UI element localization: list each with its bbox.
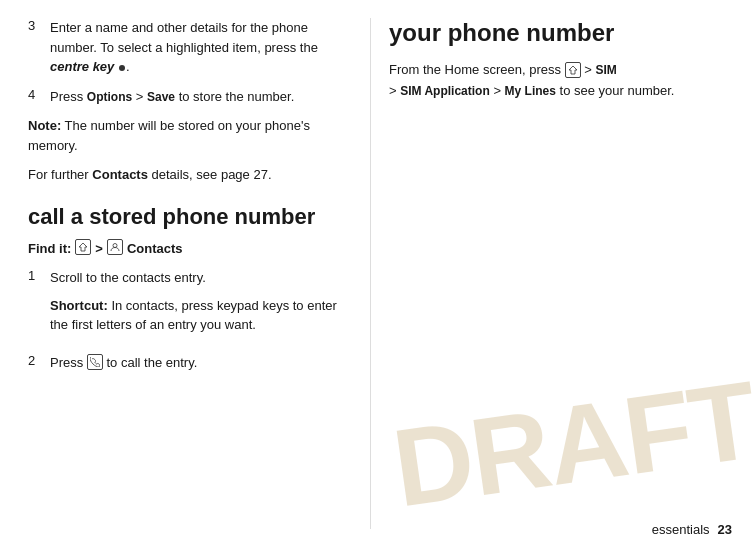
step-2-text-a: Press bbox=[50, 355, 87, 370]
step-1-number: 1 bbox=[28, 268, 50, 283]
intro-sim-app: SIM Application bbox=[400, 84, 490, 98]
step-1-text-content: Scroll to the contacts entry. bbox=[50, 270, 206, 285]
page-number: 23 bbox=[718, 522, 732, 537]
step-4: 4 Press Options > Save to store the numb… bbox=[28, 87, 346, 107]
find-it-label: Find it: bbox=[28, 241, 71, 256]
page-title: your phone number bbox=[389, 18, 729, 48]
step-3-text-b: . bbox=[126, 59, 130, 74]
note-block: Note: The number will be stored on your … bbox=[28, 116, 346, 155]
note-text: The number will be stored on your phone'… bbox=[28, 118, 310, 153]
svg-point-1 bbox=[113, 244, 117, 248]
contacts-ref: For further Contacts details, see page 2… bbox=[28, 165, 346, 185]
find-it-gt1: > bbox=[95, 241, 103, 256]
shortcut-label: Shortcut: bbox=[50, 298, 108, 313]
svg-marker-2 bbox=[569, 66, 577, 74]
svg-marker-0 bbox=[79, 243, 87, 251]
intro-gt3: > bbox=[490, 83, 505, 98]
contacts-ref-bold: Contacts bbox=[92, 167, 148, 182]
step-4-options: Options bbox=[87, 90, 132, 104]
home-icon bbox=[75, 239, 91, 255]
step-2-text: Press to call the entry. bbox=[50, 353, 197, 373]
contacts-icon bbox=[107, 239, 123, 255]
centre-key-dot bbox=[119, 65, 125, 71]
step-4-text-b: to store the number. bbox=[175, 89, 294, 104]
intro-gt1: > bbox=[584, 62, 595, 77]
find-it-line: Find it: > Contacts bbox=[28, 240, 346, 256]
contacts-ref-a: For further bbox=[28, 167, 92, 182]
intro-gt2: > bbox=[389, 83, 400, 98]
contacts-ref-b: details, see page 27. bbox=[148, 167, 272, 182]
intro-sim: SIM bbox=[595, 63, 616, 77]
note-label: Note: bbox=[28, 118, 61, 133]
intro-b: to see your number. bbox=[556, 83, 675, 98]
step-4-number: 4 bbox=[28, 87, 50, 102]
step-3-text-a: Enter a name and other details for the p… bbox=[50, 20, 318, 55]
intro-my-lines: My Lines bbox=[505, 84, 556, 98]
call-icon bbox=[87, 354, 103, 370]
page-container: 3 Enter a name and other details for the… bbox=[0, 0, 756, 547]
step-2: 2 Press to call the entry. bbox=[28, 353, 346, 373]
step-3-number: 3 bbox=[28, 18, 50, 33]
step-4-save: Save bbox=[147, 90, 175, 104]
step-3: 3 Enter a name and other details for the… bbox=[28, 18, 346, 77]
intro-a: From the Home screen, press bbox=[389, 62, 565, 77]
section-heading: call a stored phone number bbox=[28, 203, 346, 231]
find-it-contacts: Contacts bbox=[127, 241, 183, 256]
page-intro: From the Home screen, press > SIM > SIM … bbox=[389, 60, 729, 102]
step-4-text-a: Press bbox=[50, 89, 87, 104]
right-column: your phone number From the Home screen, … bbox=[371, 0, 756, 547]
step-1: 1 Scroll to the contacts entry. Shortcut… bbox=[28, 268, 346, 343]
left-column: 3 Enter a name and other details for the… bbox=[0, 0, 370, 547]
step-2-text-b: to call the entry. bbox=[106, 355, 197, 370]
shortcut-block: Shortcut: In contacts, press keypad keys… bbox=[50, 296, 346, 335]
home-icon-right bbox=[565, 62, 581, 78]
step-2-number: 2 bbox=[28, 353, 50, 368]
centre-key-label: centre key bbox=[50, 59, 114, 74]
step-4-text: Press Options > Save to store the number… bbox=[50, 87, 294, 107]
step-3-text: Enter a name and other details for the p… bbox=[50, 18, 346, 77]
page-footer: essentials 23 bbox=[652, 522, 732, 537]
step-1-text: Scroll to the contacts entry. Shortcut: … bbox=[50, 268, 346, 343]
footer-label: essentials bbox=[652, 522, 710, 537]
step-4-gt: > bbox=[132, 89, 147, 104]
